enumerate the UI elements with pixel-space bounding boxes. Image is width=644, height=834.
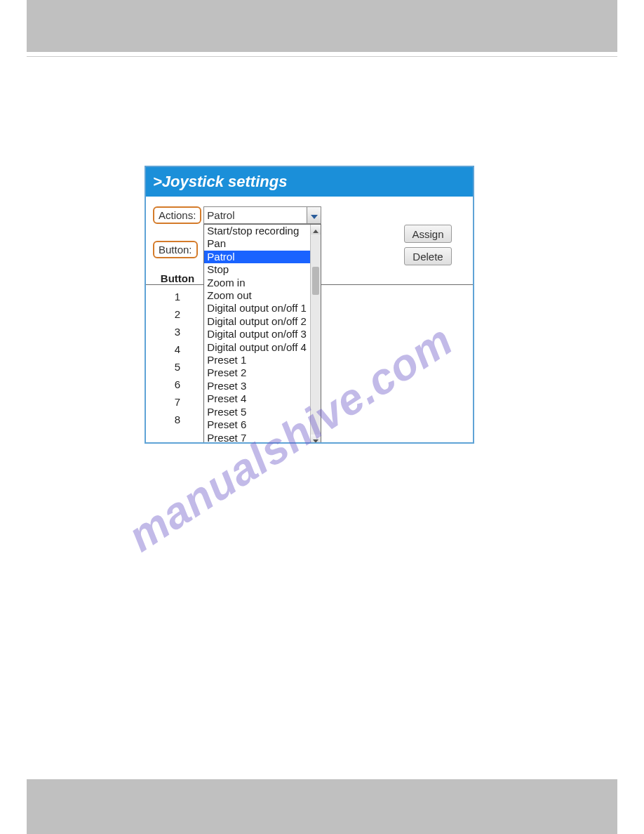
button-label: Button: (153, 241, 198, 258)
chevron-up-icon (313, 224, 318, 236)
dropdown-item[interactable]: Digital output on/off 1 (204, 302, 310, 315)
dropdown-item[interactable]: Digital output on/off 2 (204, 315, 310, 328)
dropdown-item[interactable]: Preset 1 (204, 354, 310, 366)
actions-row: Actions: Patrol Start/stop recordingPanP… (146, 202, 473, 224)
joystick-settings-panel: >Joystick settings Actions: Patrol Start… (145, 166, 474, 444)
dropdown-item[interactable]: Preset 4 (204, 392, 310, 405)
dropdown-item[interactable]: Preset 3 (204, 380, 310, 392)
table-cell-button-num: 2 (153, 308, 202, 320)
scroll-down-arrow[interactable] (311, 435, 321, 444)
dropdown-item[interactable]: Preset 2 (204, 366, 310, 379)
dropdown-item[interactable]: Patrol (204, 251, 310, 263)
dropdown-item[interactable]: Digital output on/off 4 (204, 341, 310, 354)
action-buttons-group: Assign Delete (404, 225, 452, 270)
actions-dropdown[interactable]: Patrol Start/stop recordingPanPatrolStop… (203, 206, 321, 224)
table-cell-button-num: 3 (153, 326, 202, 338)
dropdown-item[interactable]: Preset 5 (204, 406, 310, 418)
table-cell-button-num: 5 (153, 361, 202, 373)
dropdown-item[interactable]: Digital output on/off 3 (204, 328, 310, 340)
actions-label: Actions: (153, 206, 201, 224)
chevron-down-icon (313, 433, 318, 444)
actions-dropdown-text: Patrol (204, 209, 307, 221)
dropdown-item[interactable]: Stop (204, 263, 310, 276)
table-cell-button-num: 4 (153, 343, 202, 355)
table-cell-button-num: 1 (153, 291, 202, 303)
dropdown-item[interactable]: Zoom out (204, 289, 310, 302)
actions-dropdown-display[interactable]: Patrol (203, 206, 321, 224)
delete-button-label: Delete (412, 251, 443, 263)
scroll-up-arrow[interactable] (311, 225, 321, 234)
assign-button-label: Assign (412, 228, 443, 240)
dropdown-item[interactable]: Preset 6 (204, 418, 310, 431)
table-cell-button-num: 6 (153, 378, 202, 390)
actions-dropdown-button[interactable] (307, 207, 321, 223)
actions-dropdown-list: Start/stop recordingPanPatrolStopZoom in… (203, 224, 321, 444)
table-cell-button-num: 7 (153, 396, 202, 408)
page-header-bar (27, 0, 617, 52)
table-cell-button-num: 8 (153, 413, 202, 425)
dropdown-item[interactable]: Preset 7 (204, 432, 310, 444)
dropdown-scrollbar[interactable] (310, 225, 321, 444)
dropdown-item[interactable]: Pan (204, 237, 310, 250)
dropdown-item[interactable]: Start/stop recording (204, 225, 310, 237)
page-header-underline (27, 56, 617, 57)
table-header-button: Button (153, 272, 202, 284)
assign-button[interactable]: Assign (404, 225, 452, 243)
page-footer-bar (27, 779, 617, 834)
panel-title: >Joystick settings (146, 167, 473, 197)
delete-button[interactable]: Delete (404, 247, 452, 265)
chevron-down-icon (311, 209, 318, 221)
dropdown-item[interactable]: Zoom in (204, 277, 310, 289)
scroll-thumb[interactable] (312, 267, 319, 295)
